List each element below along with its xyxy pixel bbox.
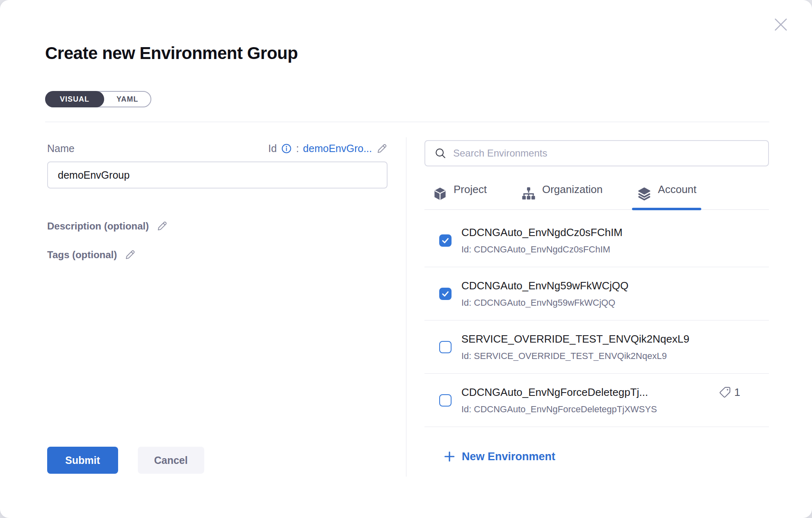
- create-environment-group-dialog: Create new Environment Group VISUAL YAML…: [0, 0, 812, 518]
- search-environments-box: [424, 140, 769, 166]
- submit-button[interactable]: Submit: [47, 447, 118, 474]
- tab-project-label: Project: [454, 183, 487, 202]
- environment-name: CDCNGAuto_EnvNgdCz0sFChIM: [461, 226, 623, 239]
- description-row: Description (optional): [47, 220, 168, 232]
- plus-icon: [443, 450, 456, 463]
- environment-row: CDCNGAuto_EnvNgdCz0sFChIM Id: CDCNGAuto_…: [424, 214, 769, 267]
- tag-badge: 1: [719, 386, 740, 399]
- environment-id: Id: CDCNGAuto_EnvNgdCz0sFChIM: [461, 244, 740, 255]
- scope-tabs: Project Organization Account: [424, 180, 769, 210]
- hierarchy-icon: [521, 186, 536, 201]
- id-label: Id: [268, 143, 277, 154]
- header-divider: [45, 122, 769, 122]
- description-label: Description (optional): [47, 220, 149, 232]
- environment-checkbox[interactable]: [439, 341, 452, 353]
- edit-description-icon[interactable]: [156, 220, 168, 232]
- environment-name: SERVICE_OVERRIDE_TEST_ENVQik2NqexL9: [461, 333, 689, 345]
- tab-project[interactable]: Project: [428, 180, 492, 209]
- visual-yaml-toggle: VISUAL YAML: [45, 91, 151, 107]
- page-title: Create new Environment Group: [45, 43, 298, 63]
- edit-tags-icon[interactable]: [124, 249, 136, 261]
- environment-info: CDCNGAuto_EnvNgForceDeletegpTj... 1 Id: …: [461, 386, 769, 415]
- environment-row: CDCNGAuto_EnvNg59wFkWCjQQ Id: CDCNGAuto_…: [424, 267, 769, 320]
- environment-checkbox[interactable]: [439, 234, 452, 247]
- name-input[interactable]: [47, 161, 388, 189]
- tags-label: Tags (optional): [47, 249, 117, 261]
- info-icon[interactable]: [281, 143, 292, 154]
- tab-organization[interactable]: Organization: [516, 180, 607, 209]
- environment-info: SERVICE_OVERRIDE_TEST_ENVQik2NqexL9 Id: …: [461, 333, 769, 361]
- tab-visual[interactable]: VISUAL: [45, 91, 104, 107]
- name-label: Name: [47, 143, 75, 154]
- environment-name: CDCNGAuto_EnvNgForceDeletegpTj...: [461, 386, 648, 399]
- environment-id: Id: CDCNGAuto_EnvNgForceDeletegpTjXWSYS: [461, 404, 740, 415]
- environment-name: CDCNGAuto_EnvNg59wFkWCjQQ: [461, 279, 628, 292]
- environment-checkbox[interactable]: [439, 288, 452, 300]
- layers-icon: [637, 186, 652, 201]
- id-value-link[interactable]: demoEnvGro...: [303, 143, 372, 154]
- dialog-actions: Submit Cancel: [47, 447, 204, 474]
- name-id-row: Name Id : demoEnvGro...: [47, 143, 388, 154]
- tag-count: 1: [734, 386, 740, 399]
- id-group: Id : demoEnvGro...: [268, 143, 388, 154]
- environment-id: Id: SERVICE_OVERRIDE_TEST_ENVQik2NqexL9: [461, 351, 740, 361]
- environment-checkbox[interactable]: [439, 394, 452, 407]
- environment-row: CDCNGAuto_EnvNgForceDeletegpTj... 1 Id: …: [424, 374, 769, 427]
- environment-list: CDCNGAuto_EnvNgdCz0sFChIM Id: CDCNGAuto_…: [424, 210, 769, 431]
- tag-icon: [719, 386, 731, 398]
- id-separator: :: [296, 143, 299, 154]
- new-environment-label: New Environment: [462, 450, 555, 463]
- environment-id: Id: CDCNGAuto_EnvNg59wFkWCjQQ: [461, 298, 740, 308]
- close-icon[interactable]: [773, 16, 789, 33]
- environment-info: CDCNGAuto_EnvNg59wFkWCjQQ Id: CDCNGAuto_…: [461, 279, 769, 308]
- new-environment-button[interactable]: New Environment: [443, 450, 555, 463]
- search-input[interactable]: [453, 148, 759, 159]
- search-icon: [434, 147, 447, 159]
- environment-info: CDCNGAuto_EnvNgdCz0sFChIM Id: CDCNGAuto_…: [461, 226, 769, 255]
- environment-row: SERVICE_OVERRIDE_TEST_ENVQik2NqexL9 Id: …: [424, 320, 769, 374]
- panel-divider: [406, 137, 406, 477]
- tab-organization-label: Organization: [542, 183, 602, 202]
- tab-account[interactable]: Account: [632, 180, 701, 209]
- edit-id-icon[interactable]: [376, 143, 388, 154]
- tags-row: Tags (optional): [47, 249, 136, 261]
- cube-icon: [433, 186, 447, 201]
- tab-yaml[interactable]: YAML: [104, 92, 151, 107]
- tab-account-label: Account: [658, 183, 696, 202]
- cancel-button[interactable]: Cancel: [138, 447, 204, 474]
